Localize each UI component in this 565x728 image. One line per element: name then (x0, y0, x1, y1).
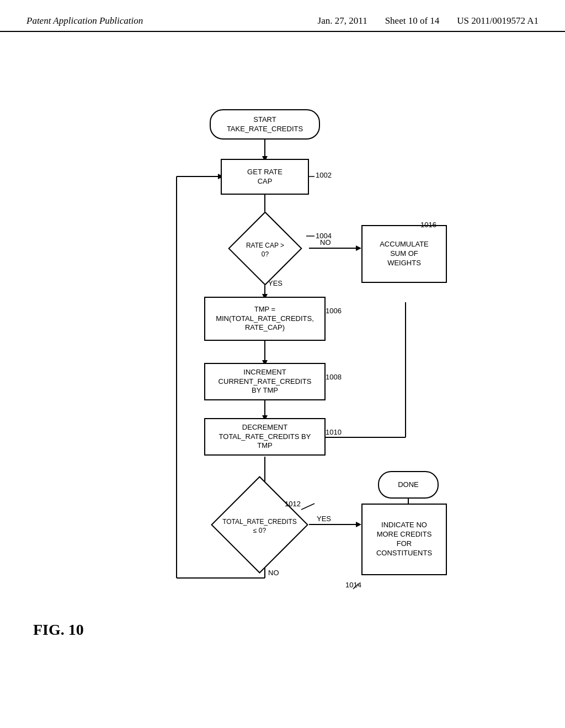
page-header: Patent Application Publication Jan. 27, … (0, 0, 565, 32)
done-label: DONE (398, 480, 419, 490)
tmp-assign-node: TMP =MIN(TOTAL_RATE_CREDITS,RATE_CAP) (204, 297, 326, 341)
svg-marker-20 (356, 522, 361, 527)
increment-node: INCREMENTCURRENT_RATE_CREDITSBY TMP (204, 363, 326, 400)
indicate-node: INDICATE NOMORE CREDITSFORCONSTITUENTS (361, 504, 447, 575)
decrement-label: DECREMENTTOTAL_RATE_CREDITS BYTMP (219, 423, 311, 451)
increment-label: INCREMENTCURRENT_RATE_CREDITSBY TMP (218, 368, 312, 396)
decrement-node: DECREMENTTOTAL_RATE_CREDITS BYTMP (204, 418, 326, 456)
ref-1010: 1010 (326, 428, 342, 436)
ref-1002: 1002 (316, 171, 332, 179)
svg-marker-5 (356, 245, 361, 251)
ref-1004: 1004 (316, 232, 332, 240)
header-date: Jan. 27, 2011 (318, 15, 367, 26)
start-label: STARTTAKE_RATE_CREDITS (227, 115, 303, 134)
done-node: DONE (378, 471, 439, 499)
diagram-area: NO YES YES NO (0, 32, 565, 705)
header-sheet: Sheet 10 of 14 (385, 15, 440, 26)
indicate-label: INDICATE NOMORE CREDITSFORCONSTITUENTS (376, 521, 432, 558)
header-patent: US 2011/0019572 A1 (457, 15, 539, 26)
header-right: Jan. 27, 2011 Sheet 10 of 14 US 2011/001… (318, 15, 539, 26)
svg-text:YES: YES (268, 279, 282, 287)
start-node: STARTTAKE_RATE_CREDITS (210, 109, 320, 140)
publication-label: Patent Application Publication (26, 15, 143, 26)
ref-1006: 1006 (326, 307, 342, 315)
ref-1014: 1014 (345, 581, 361, 589)
ref-1012: 1012 (285, 500, 301, 508)
tmp-assign-label: TMP =MIN(TOTAL_RATE_CREDITS,RATE_CAP) (216, 305, 314, 333)
get-rate-cap-node: GET RATECAP (221, 159, 309, 195)
rate-cap-diamond: RATE CAP >0? (221, 221, 309, 276)
svg-text:NO: NO (268, 569, 279, 577)
accumulate-label: ACCUMULATESUM OFWEIGHTS (380, 240, 429, 268)
ref-1016: 1016 (420, 221, 436, 229)
get-rate-cap-label: GET RATECAP (247, 168, 282, 186)
fig-label: FIG. 10 (33, 621, 84, 639)
accumulate-node: ACCUMULATESUM OFWEIGHTS (361, 225, 447, 283)
svg-text:YES: YES (317, 515, 331, 523)
ref-1008: 1008 (326, 373, 342, 381)
